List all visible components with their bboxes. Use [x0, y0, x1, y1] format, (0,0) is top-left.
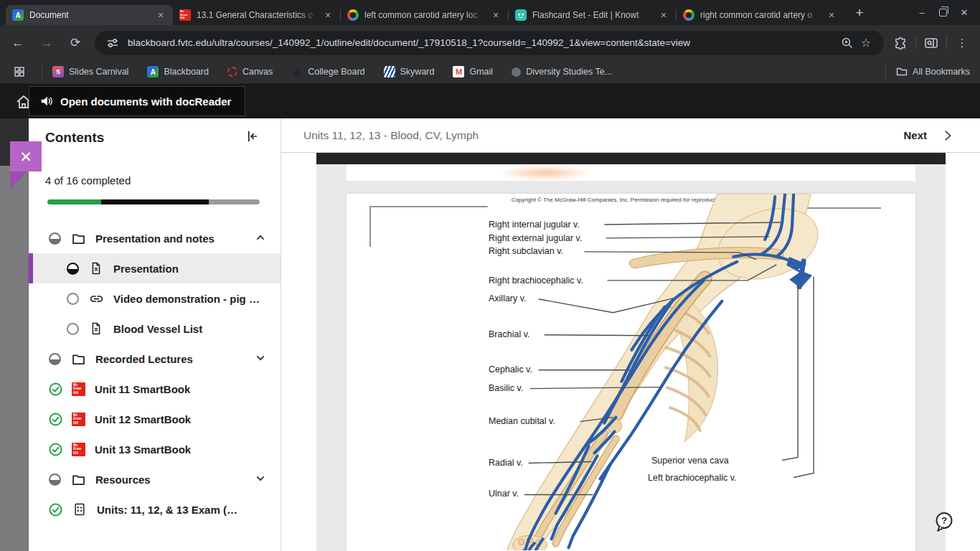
back-icon[interactable]: ← — [9, 34, 27, 52]
progress-partial-icon — [49, 474, 61, 486]
chevron-down-icon[interactable] — [253, 351, 268, 367]
sidebar-item-presentation-and-notes[interactable]: Presentation and notes — [29, 223, 281, 253]
item-label: Blood Vessel List — [113, 323, 202, 335]
mcgraw-line: Hill — [73, 391, 85, 395]
bookmark-slides-carnival[interactable]: S Slides Carnival — [52, 66, 128, 77]
sidebar-item-unit-11-smartbook[interactable]: Mc Graw Hill Unit 11 SmartBook — [29, 374, 281, 404]
blackboard-icon: A — [147, 66, 159, 77]
document-viewer: Copyright © The McGraw-Hill Companies, I… — [316, 153, 946, 551]
address-bar[interactable]: blackboard.fvtc.edu/ultra/courses/_14099… — [95, 31, 884, 55]
docreader-button[interactable]: Open documents with docReader — [29, 86, 245, 116]
apps-grid-icon[interactable] — [10, 62, 29, 81]
folder-icon — [70, 471, 86, 487]
close-window-icon[interactable]: ✕ — [957, 7, 971, 18]
folder-icon — [70, 351, 86, 367]
tab-close-icon[interactable]: ✕ — [322, 9, 334, 21]
url-text[interactable]: blackboard.fvtc.edu/ultra/courses/_14099… — [128, 37, 838, 48]
sidebar-item-presentation[interactable]: Presentation — [29, 253, 281, 283]
bookmarks-bar: S Slides Carnival A Blackboard Canvas Co… — [0, 60, 980, 84]
knowt-favicon-icon — [515, 9, 527, 21]
item-label: Unit 12 SmartBook — [95, 413, 191, 425]
progress-incomplete-icon — [67, 293, 79, 305]
new-tab-button[interactable]: + — [849, 3, 870, 23]
previous-slide-artwork — [499, 166, 592, 179]
bookmark-skyward[interactable]: Skyward — [384, 66, 435, 77]
sidebar-item-recorded-lectures[interactable]: Recorded Lectures — [29, 344, 281, 374]
forward-icon[interactable]: → — [37, 34, 56, 52]
bookmark-college-board[interactable]: College Board — [291, 66, 364, 77]
google-favicon-icon — [347, 9, 359, 21]
viewer-top-bar — [316, 153, 946, 164]
tab-close-icon[interactable]: ✕ — [155, 9, 166, 21]
toolbar-divider — [915, 37, 916, 50]
progress-middle-segment — [101, 199, 208, 204]
reload-icon[interactable]: ⟳ — [66, 34, 85, 52]
tab-close-icon[interactable]: ✕ — [490, 9, 501, 21]
bookmark-label: Gmail — [469, 67, 493, 77]
progress-bar — [47, 199, 260, 204]
site-info-tune-icon[interactable] — [103, 34, 122, 52]
tab-close-icon[interactable]: ✕ — [658, 9, 669, 21]
next-button[interactable]: Next — [903, 128, 954, 143]
tab-title: 13.1 General Characteristics o — [197, 10, 318, 20]
bookmark-diversity-studies[interactable]: Diversity Studies Te... — [512, 67, 612, 77]
contents-sidebar: Contents 4 of 16 completed Presentation … — [29, 118, 281, 551]
bookmark-label: College Board — [308, 67, 364, 77]
bookmarks-divider — [42, 65, 42, 78]
sidebar-item-units-exam[interactable]: Units: 11, 12, & 13 Exam (Bloo... — [29, 494, 281, 524]
browser-menu-kebab-icon[interactable]: ⋮ — [953, 34, 971, 52]
previous-slide-edge — [347, 164, 915, 181]
complete-check-icon — [49, 411, 62, 427]
bookmark-star-icon[interactable]: ☆ — [857, 34, 875, 52]
document-icon — [88, 321, 104, 336]
rail-gray-section — [0, 166, 29, 551]
collapse-panel-icon[interactable] — [243, 128, 259, 147]
chevron-right-icon — [941, 128, 954, 143]
sidebar-item-resources[interactable]: Resources — [29, 464, 281, 494]
sidebar-item-unit-13-smartbook[interactable]: Mc Graw Hill Unit 13 SmartBook — [29, 434, 281, 464]
gmail-icon: M — [453, 66, 464, 77]
minimize-window-icon[interactable]: – — [915, 7, 929, 18]
slides-carnival-icon: S — [52, 66, 64, 77]
item-label: Video demonstration - pig h... — [113, 293, 260, 305]
tab-title: right common carotid artery o — [700, 10, 821, 20]
all-bookmarks-button[interactable]: All Bookmarks — [880, 65, 970, 78]
sidebar-item-video-demonstration[interactable]: Video demonstration - pig h... — [29, 283, 281, 314]
chevron-down-icon[interactable] — [253, 471, 268, 488]
chevron-up-icon[interactable] — [253, 230, 268, 247]
mcgraw-line: Hill — [73, 421, 85, 425]
item-label: Recorded Lectures — [95, 353, 193, 365]
close-tour-tooltip-button[interactable]: ✕ — [10, 141, 42, 171]
toolbar-divider — [946, 37, 947, 50]
arm-veins-illustration — [347, 194, 915, 550]
tab-google-search-right-carotid[interactable]: right common carotid artery o ✕ — [677, 5, 844, 25]
tooltip-tail — [10, 171, 27, 189]
google-favicon-icon — [683, 9, 694, 21]
tab-knowt-flashcards[interactable]: Flashcard Set - Edit | Knowt ✕ — [509, 5, 676, 25]
progress-text: 4 of 16 completed — [45, 174, 281, 187]
tab-document[interactable]: A Document ✕ — [6, 5, 173, 25]
tab-mcgraw-chapter[interactable]: Mc Graw Hill 13.1 General Characteristic… — [173, 5, 340, 25]
figure-label: Brachial v. — [489, 329, 529, 339]
tab-google-search-left-carotid[interactable]: left common carotid artery loc ✕ — [341, 5, 508, 25]
sidebar-item-unit-12-smartbook[interactable]: Mc Graw Hill Unit 12 SmartBook — [29, 404, 281, 434]
zoom-in-icon[interactable] — [838, 34, 857, 52]
extensions-puzzle-icon[interactable] — [891, 34, 910, 52]
tab-close-icon[interactable]: ✕ — [826, 9, 837, 21]
sidebar-item-blood-vessel-list[interactable]: Blood Vessel List — [29, 314, 281, 344]
bookmark-gmail[interactable]: M Gmail — [453, 66, 493, 77]
slide-gap — [316, 181, 946, 194]
restore-window-icon[interactable] — [939, 9, 947, 17]
help-button[interactable]: ? — [933, 511, 955, 534]
question-mark-icon: ? — [941, 515, 947, 526]
bookmark-blackboard[interactable]: A Blackboard — [147, 66, 209, 77]
blackboard-top-bar: Open documents with docReader — [0, 84, 980, 118]
mcgraw-line: Hill — [180, 17, 184, 20]
close-icon: ✕ — [19, 149, 32, 164]
college-board-acorn-icon — [291, 66, 303, 77]
item-label: Unit 13 SmartBook — [95, 443, 191, 456]
figure-label: Axillary v. — [489, 293, 527, 303]
bookmark-canvas[interactable]: Canvas — [227, 67, 273, 77]
mcgraw-line: Hill — [73, 451, 85, 455]
side-panel-search-icon[interactable] — [922, 34, 941, 52]
